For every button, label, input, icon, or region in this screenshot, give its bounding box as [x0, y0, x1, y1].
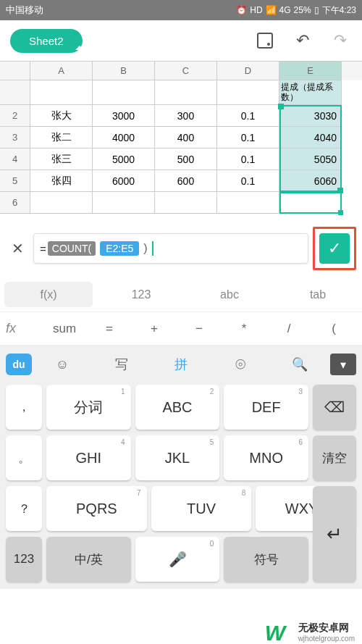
fx-plus-button[interactable]: +	[132, 322, 177, 336]
cell[interactable]	[93, 192, 155, 214]
cell[interactable]	[155, 80, 217, 105]
key-2-abc[interactable]: 2ABC	[135, 385, 220, 430]
key-123[interactable]: 123	[6, 537, 42, 582]
cell[interactable]: 4000	[93, 127, 155, 149]
cell[interactable]	[155, 192, 217, 214]
row-header[interactable]: 5	[0, 170, 30, 192]
col-header-C[interactable]: C	[155, 62, 217, 80]
key-6-mno[interactable]: 6MNO	[224, 435, 308, 480]
mode-tab-tab[interactable]: tab	[274, 277, 362, 311]
key-enter[interactable]: ↵	[313, 486, 356, 582]
row-header[interactable]: 2	[0, 105, 30, 127]
cell[interactable]: 5000	[93, 149, 155, 170]
cell[interactable]	[30, 192, 93, 214]
col-header-E[interactable]: E	[279, 62, 342, 80]
emoji-button[interactable]: ☺	[33, 357, 91, 372]
cell-E-header-text[interactable]: 提成（提成系数）	[279, 80, 342, 105]
row-header[interactable]: 6	[0, 192, 30, 214]
cancel-formula-button[interactable]: ✕	[6, 237, 29, 260]
fx-operators-row: fx sum = + − * / (	[0, 312, 362, 346]
backspace-icon: ⌫	[324, 398, 345, 416]
col-header-D[interactable]: D	[217, 62, 279, 80]
pinyin-button[interactable]: 拼	[152, 356, 210, 373]
row-header-blank[interactable]	[0, 80, 30, 105]
mode-tab-fx[interactable]: f(x)	[4, 282, 93, 307]
cell[interactable]: 0.1	[217, 149, 279, 170]
cell[interactable]: 600	[155, 170, 217, 192]
cell[interactable]: 张四	[30, 170, 93, 192]
key-backspace[interactable]: ⌫	[313, 385, 356, 430]
spreadsheet[interactable]: A B C D E 提成（提成系数） 2 张大 3000 300 0.1 303…	[0, 61, 362, 214]
cell[interactable]: 0.1	[217, 127, 279, 149]
cell[interactable]: 3000	[93, 105, 155, 127]
save-icon	[257, 33, 273, 49]
voice-mode-icon[interactable]: ⦾	[211, 357, 269, 372]
mode-tab-abc[interactable]: abc	[185, 277, 274, 311]
col-header-A[interactable]: A	[30, 62, 93, 80]
key-period[interactable]: 。	[6, 435, 42, 480]
save-button[interactable]	[253, 29, 277, 52]
redo-button[interactable]: ↷	[329, 29, 352, 52]
key-lang-switch[interactable]: 中/英	[46, 537, 131, 582]
cell[interactable]: 300	[155, 105, 217, 127]
table-row: 2 张大 3000 300 0.1 3030	[0, 105, 362, 127]
cell[interactable]: 张大	[30, 105, 93, 127]
cell[interactable]: 5050	[279, 149, 342, 170]
hd-icon: HD	[250, 5, 262, 15]
select-all-corner[interactable]	[0, 62, 30, 80]
key-comma[interactable]: ,	[6, 385, 42, 430]
cell[interactable]: 6060	[279, 170, 342, 192]
fx-sum-button[interactable]: sum	[42, 322, 87, 336]
key-7-pqrs[interactable]: 7PQRS	[46, 486, 147, 531]
cell[interactable]: 6000	[93, 170, 155, 192]
key-4-ghi[interactable]: 4GHI	[46, 435, 131, 480]
fx-lparen-button[interactable]: (	[311, 322, 356, 336]
cell[interactable]: 0.1	[217, 105, 279, 127]
status-right: ⏰ HD 📶 4G 25% ▯ 下午4:23	[236, 4, 356, 17]
cell[interactable]: 500	[155, 149, 217, 170]
key-clear[interactable]: 清空	[313, 435, 356, 480]
ime-logo-button[interactable]: du	[6, 354, 32, 375]
undo-button[interactable]: ↶	[291, 29, 314, 52]
partial-row-1: 提成（提成系数）	[0, 80, 362, 105]
formula-input[interactable]: = COUNT( E2:E5 )	[33, 233, 308, 264]
search-ime-button[interactable]: 🔍	[271, 356, 329, 372]
key-0-mic[interactable]: 0🎤	[135, 537, 220, 582]
cell[interactable]	[217, 80, 279, 105]
fx-label[interactable]: fx	[6, 321, 42, 336]
cell[interactable]: 3030	[279, 105, 342, 127]
cell[interactable]: 张二	[30, 127, 93, 149]
range-token: E2:E5	[100, 241, 139, 256]
key-question[interactable]: ？	[6, 486, 42, 531]
key-3-def[interactable]: 3DEF	[224, 385, 308, 430]
fx-minus-button[interactable]: −	[177, 322, 222, 336]
col-header-B[interactable]: B	[93, 62, 155, 80]
app-toolbar: Sheet2 ↶ ↷	[0, 20, 362, 61]
cell[interactable]: 4040	[279, 127, 342, 149]
cell[interactable]	[30, 80, 93, 105]
cell[interactable]: 400	[155, 127, 217, 149]
cell[interactable]: 0.1	[217, 170, 279, 192]
row-header[interactable]: 3	[0, 127, 30, 149]
fx-div-button[interactable]: /	[266, 322, 311, 336]
confirm-highlight-box: ✓	[313, 227, 356, 270]
key-5-jkl[interactable]: 5JKL	[135, 435, 220, 480]
row-header[interactable]: 4	[0, 149, 30, 170]
sheet-tab[interactable]: Sheet2	[10, 29, 83, 53]
table-row: 6	[0, 192, 362, 214]
cell[interactable]	[217, 192, 279, 214]
cell[interactable]	[93, 80, 155, 105]
key-symbols[interactable]: 符号	[224, 537, 308, 582]
active-cell[interactable]	[279, 192, 342, 214]
text-cursor	[152, 241, 153, 256]
fx-mul-button[interactable]: *	[222, 322, 266, 336]
confirm-formula-button[interactable]: ✓	[319, 233, 350, 264]
key-1[interactable]: 1分词	[46, 385, 131, 430]
fx-eq-button[interactable]: =	[87, 322, 132, 336]
keyboard-collapse-button[interactable]: ▾	[330, 354, 356, 375]
carrier-label: 中国移动	[6, 4, 43, 17]
cell[interactable]: 张三	[30, 149, 93, 170]
handwriting-button[interactable]: 写	[93, 356, 151, 373]
key-8-tuv[interactable]: 8TUV	[151, 486, 252, 531]
mode-tab-123[interactable]: 123	[97, 277, 185, 311]
